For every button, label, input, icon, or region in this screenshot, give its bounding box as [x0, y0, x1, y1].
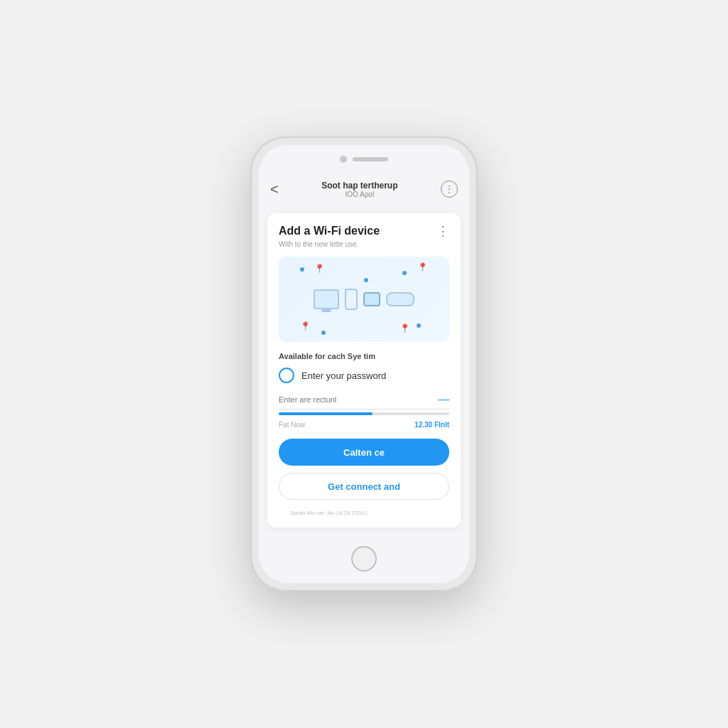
nav-bar: < Soot hap tertherup IOO Apol ⋮ — [259, 173, 469, 205]
dot-5 — [402, 271, 407, 275]
input-clear-button[interactable]: — — [438, 393, 449, 406]
card-menu-icon[interactable]: ⋮ — [437, 225, 449, 237]
nav-more-button[interactable]: ⋮ — [441, 181, 458, 198]
nav-title-sub: IOO Apol — [279, 191, 441, 198]
dot-4 — [321, 331, 326, 335]
pin-icon-4: 📍 — [400, 323, 410, 333]
mobile-icon — [345, 289, 358, 310]
section-label: Available for cach Sye tim — [279, 352, 449, 360]
home-button[interactable] — [351, 546, 377, 572]
more-icon: ⋮ — [444, 183, 454, 195]
radio-label: Enter your password — [301, 370, 386, 381]
phone-screen-container: < Soot hap tertherup IOO Apol ⋮ Add a Wi… — [259, 145, 469, 583]
nav-title: Soot hap tertherup IOO Apol — [279, 181, 441, 198]
progress-bar-fill — [279, 412, 373, 415]
device-illustrations — [314, 289, 414, 310]
illustration-area: 📍 📍 📍 📍 — [279, 257, 449, 342]
monitor-icon — [314, 289, 339, 309]
screen-content: Add a Wi-Fi device ⋮ With to the new let… — [259, 205, 469, 546]
status-text: Sprab Mo net :Au 18:28 27011 — [279, 507, 449, 516]
card-header: Add a Wi-Fi device ⋮ — [279, 225, 449, 237]
pin-icon-1: 📍 — [314, 264, 325, 274]
dot-1 — [300, 267, 304, 272]
phone-speaker — [353, 157, 388, 161]
radio-row[interactable]: Enter your password — [279, 368, 449, 383]
pin-icon-2: 📍 — [417, 262, 428, 272]
car-icon — [386, 292, 414, 306]
back-button[interactable]: < — [270, 181, 279, 198]
radio-button[interactable] — [279, 368, 294, 383]
card-title: Add a Wi-Fi device — [279, 225, 380, 237]
info-right-value: 12.30 Flnlt — [414, 421, 449, 429]
password-input-row[interactable]: — — [279, 393, 449, 410]
progress-bar-track — [279, 412, 449, 415]
phone-camera — [340, 156, 347, 163]
dot-3 — [417, 323, 421, 328]
router-icon — [363, 292, 380, 306]
primary-button[interactable]: Calten ce — [279, 439, 449, 466]
password-input[interactable] — [279, 395, 438, 404]
phone-top-bar — [259, 145, 469, 173]
pin-icon-3: 📍 — [300, 321, 311, 331]
phone-screen: < Soot hap tertherup IOO Apol ⋮ Add a Wi… — [259, 173, 469, 546]
main-card: Add a Wi-Fi device ⋮ With to the new let… — [267, 213, 461, 528]
phone-frame: < Soot hap tertherup IOO Apol ⋮ Add a Wi… — [250, 136, 478, 592]
dot-2 — [364, 278, 368, 282]
card-subtitle: With to the new lette use. — [279, 240, 449, 248]
secondary-button[interactable]: Get connect and — [279, 473, 449, 500]
nav-title-main: Soot hap tertherup — [279, 181, 441, 191]
info-left-label: Fat Now — [279, 421, 305, 429]
info-row: Fat Now 12.30 Flnlt — [279, 421, 449, 429]
